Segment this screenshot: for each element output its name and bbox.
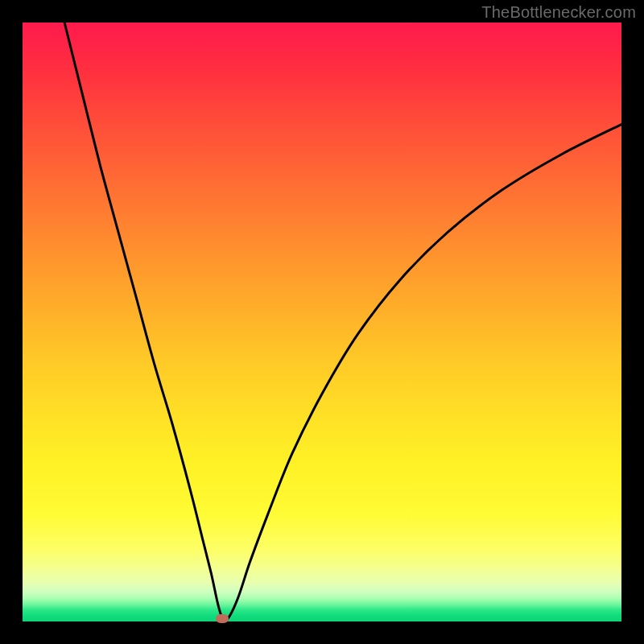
chart-frame: TheBottlenecker.com: [0, 0, 644, 644]
curve-svg: [23, 23, 621, 621]
plot-area: [23, 23, 621, 621]
bottleneck-curve: [64, 23, 621, 621]
watermark-text: TheBottlenecker.com: [481, 3, 636, 22]
minimum-marker: [216, 614, 229, 623]
